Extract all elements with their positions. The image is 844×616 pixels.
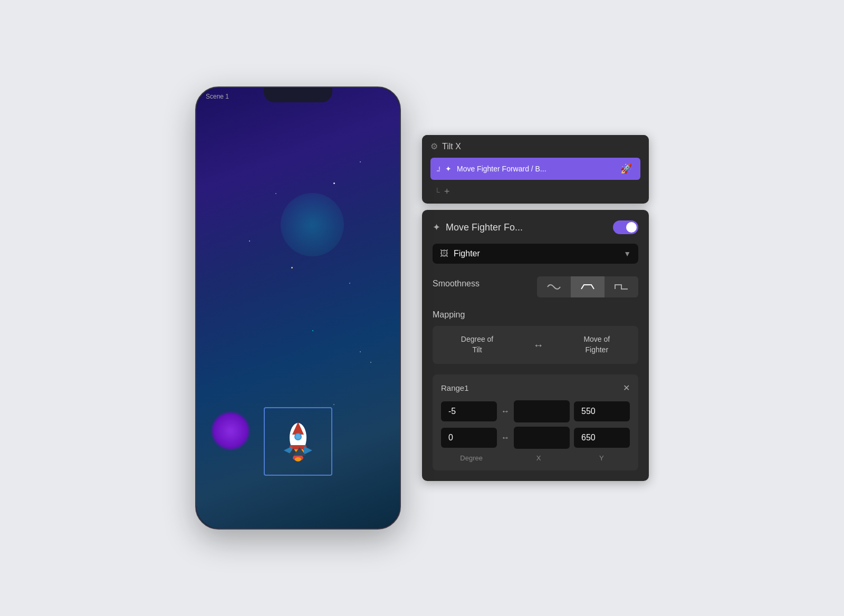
move-of-fighter-label: Move ofFighter xyxy=(583,334,610,355)
tilt-add-row[interactable]: └ + xyxy=(422,184,649,204)
dropdown-text: Fighter xyxy=(454,249,618,258)
svg-point-9 xyxy=(295,434,301,439)
settings-icon: ⚙ xyxy=(430,141,438,151)
phone-frame: Scene 1 xyxy=(195,86,401,530)
range-row-1: ↔ xyxy=(441,400,630,422)
sine-wave-icon xyxy=(546,282,561,292)
svg-marker-5 xyxy=(304,446,312,455)
smoothness-section: Smoothness xyxy=(433,276,638,297)
smooth-sharp-button[interactable] xyxy=(605,276,638,297)
props-header: ✦ Move Fighter Fo... xyxy=(433,220,638,234)
mapping-row: Degree ofTilt ↔ Move ofFighter xyxy=(433,326,638,363)
right-panel: ⚙ Tilt X ✦ Move Fighter Forward / B... 🚀… xyxy=(422,135,649,480)
teal-glow xyxy=(281,193,344,256)
tilt-title: Tilt X xyxy=(442,142,461,151)
svg-point-7 xyxy=(295,457,301,461)
scene-label: Scene 1 xyxy=(206,93,229,100)
phone-screen xyxy=(196,88,400,528)
tilt-row-text: Move Fighter Forward / B... xyxy=(457,165,615,173)
range-row1-arrow-icon: ↔ xyxy=(501,407,510,416)
range-row-2: ↔ xyxy=(441,427,630,449)
x-col-label: X xyxy=(508,454,567,462)
smooth-sine-button[interactable] xyxy=(537,276,571,297)
range-row2-y-input[interactable] xyxy=(574,428,630,448)
range-row2-x-empty xyxy=(514,427,570,449)
star xyxy=(312,330,313,331)
range-footer: Degree X Y xyxy=(441,454,630,462)
star xyxy=(360,161,361,162)
fighter-sprite xyxy=(274,418,322,465)
image-icon: 🖼 xyxy=(440,249,448,258)
degree-of-tilt-label: Degree ofTilt xyxy=(461,334,493,355)
bracket-icon: └ xyxy=(435,188,440,196)
star xyxy=(349,283,350,284)
range-header: Range1 ✕ xyxy=(441,383,630,393)
tilt-header: ⚙ Tilt X xyxy=(422,135,649,158)
smoothness-label: Smoothness xyxy=(433,279,479,288)
props-title: Move Fighter Fo... xyxy=(446,222,608,233)
props-card: ✦ Move Fighter Fo... 🖼 Fighter ▼ Smoothn… xyxy=(422,210,649,480)
range-row2-arrow-icon: ↔ xyxy=(501,433,510,442)
move-icon: ✦ xyxy=(445,165,452,173)
plateau-wave-icon xyxy=(580,282,595,292)
phone-notch xyxy=(264,88,332,102)
star xyxy=(360,351,361,352)
dashed-bracket xyxy=(439,167,440,171)
range-close-button[interactable]: ✕ xyxy=(623,383,630,393)
star xyxy=(333,404,334,405)
fighter-selection-box xyxy=(264,407,332,476)
dropdown-arrow-icon: ▼ xyxy=(624,249,631,258)
fighter-dropdown[interactable]: 🖼 Fighter ▼ xyxy=(433,244,638,264)
fighter-emoji: 🚀 xyxy=(620,163,632,175)
star xyxy=(333,182,335,184)
mapping-label: Mapping xyxy=(433,310,638,320)
toggle-switch[interactable] xyxy=(613,220,638,234)
star xyxy=(291,267,293,268)
toggle-knob xyxy=(626,222,637,233)
mapping-arrow-icon: ↔ xyxy=(533,339,544,351)
y-col-label: Y xyxy=(571,454,630,462)
move-icon: ✦ xyxy=(433,222,440,233)
range-row1-y-input[interactable] xyxy=(574,401,630,421)
range-row1-x-empty xyxy=(514,400,570,422)
add-icon: + xyxy=(444,186,450,197)
star xyxy=(249,240,250,242)
range-title: Range1 xyxy=(441,383,469,392)
star xyxy=(370,362,371,363)
range-row2-degree-input[interactable] xyxy=(441,428,497,448)
tilt-row[interactable]: ✦ Move Fighter Forward / B... 🚀 xyxy=(430,158,640,180)
purple-blob xyxy=(212,412,249,449)
star xyxy=(275,193,276,194)
degree-col-label: Degree xyxy=(441,454,500,462)
sharp-wave-icon xyxy=(614,282,629,292)
tilt-card: ⚙ Tilt X ✦ Move Fighter Forward / B... 🚀… xyxy=(422,135,649,204)
range-section: Range1 ✕ ↔ ↔ Degree X Y xyxy=(433,374,638,470)
mapping-section: Mapping Degree ofTilt ↔ Move ofFighter xyxy=(433,310,638,363)
smoothness-buttons xyxy=(537,276,638,297)
range-row1-degree-input[interactable] xyxy=(441,401,497,421)
smooth-plateau-button[interactable] xyxy=(571,276,605,297)
